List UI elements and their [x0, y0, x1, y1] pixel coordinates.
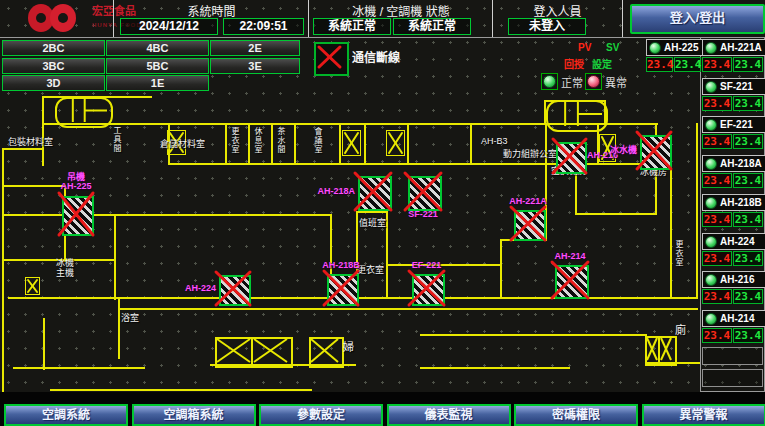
- nav-button-6[interactable]: 異常警報: [642, 404, 765, 426]
- nav-button-5[interactable]: 密碼權限: [514, 404, 638, 426]
- nav-button-4[interactable]: 儀表監視: [387, 404, 511, 426]
- nav-button-1[interactable]: 空調系統: [4, 404, 128, 426]
- hmi-screen: 宏亞食品 HUNYA FOODS 系統時間 2024/12/12 22:09:5…: [0, 0, 765, 426]
- footer-nav: 空調系統空調箱系統參數設定儀表監視密碼權限異常警報: [0, 0, 765, 426]
- nav-button-2[interactable]: 空調箱系統: [132, 404, 256, 426]
- nav-button-3[interactable]: 參數設定: [259, 404, 383, 426]
